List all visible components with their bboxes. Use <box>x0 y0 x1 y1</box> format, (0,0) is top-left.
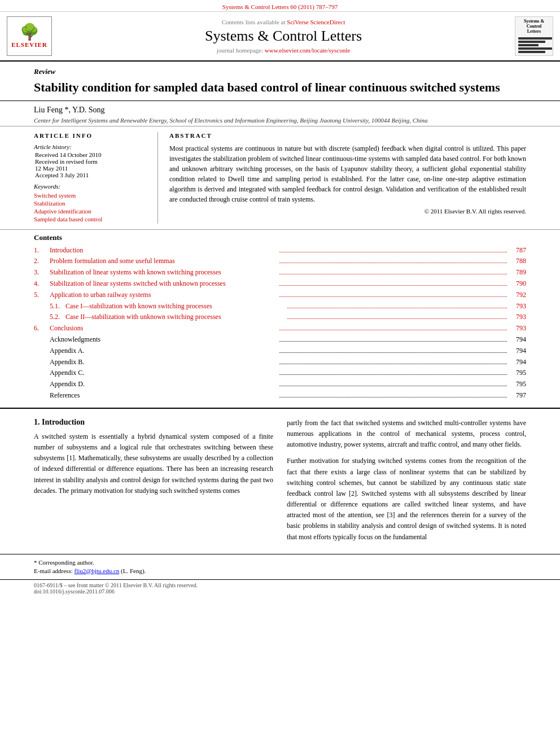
journal-homepage-line: journal homepage: www.elsevier.com/locat… <box>56 47 510 54</box>
keyword-3: Adaptive identification <box>34 208 148 215</box>
sciverse-line: Contents lists available at SciVerse Sci… <box>56 19 510 25</box>
body-two-col: 1. Introduction A switched system is ess… <box>34 418 526 548</box>
toc-appendix-a: Appendix A. 794 <box>34 346 526 356</box>
citation-bar: Systems & Control Letters 60 (2011) 787–… <box>0 0 560 12</box>
thumb-title: Systems &ControlLetters <box>524 19 544 34</box>
journal-header: 🌳 ELSEVIER Contents lists available at S… <box>0 12 560 62</box>
info-abstract-section: ARTICLE INFO Article history: Received 1… <box>0 126 560 230</box>
article-history: Article history: Received 14 October 201… <box>34 143 148 178</box>
toc-item-5-1: 5.1. Case I—stabilization with known swi… <box>34 302 526 311</box>
abstract-header: ABSTRACT <box>169 132 526 139</box>
body-col2-para2: Further motivation for studying switched… <box>287 456 526 543</box>
toc-item-6: 6. Conclusions 793 <box>34 324 526 333</box>
affiliation: Center for Intelligent Systems and Renew… <box>34 117 526 124</box>
homepage-link[interactable]: www.elsevier.com/locate/sysconle <box>265 47 350 54</box>
doi-text: doi:10.1016/j.sysconle.2011.07.006 <box>34 588 526 595</box>
keyword-4: Sampled data based control <box>34 216 148 222</box>
article-type: Review <box>0 62 560 77</box>
elsevier-name: ELSEVIER <box>11 41 47 48</box>
toc-item-5: 5. Application to urban railway systems … <box>34 290 526 300</box>
authors-section: Liu Feng *, Y.D. Song Center for Intelli… <box>0 101 560 126</box>
abstract-column: ABSTRACT Most practical systems are cont… <box>169 132 526 224</box>
sciverse-link[interactable]: SciVerse ScienceDirect <box>287 19 345 25</box>
toc-appendix-d: Appendix D. 795 <box>34 379 526 389</box>
history-title: Article history: <box>34 143 148 150</box>
article-info-header: ARTICLE INFO <box>34 132 148 139</box>
elsevier-tree-icon: 🌳 <box>20 24 40 40</box>
email-link[interactable]: fliu2@bjtu.edu.cn <box>74 567 119 574</box>
abstract-text: Most practical systems are continuous in… <box>169 143 526 204</box>
article-body: 1. Introduction A switched system is ess… <box>0 409 560 554</box>
toc-references: References 797 <box>34 391 526 400</box>
accepted-date: Accepted 3 July 2011 <box>35 172 148 178</box>
toc-item-1: 1. Introduction 787 <box>34 246 526 255</box>
keyword-1: Switched system <box>34 192 148 199</box>
copyright: © 2011 Elsevier B.V. All rights reserved… <box>169 208 526 215</box>
section1-title: 1. Introduction <box>34 418 273 427</box>
toc-item-5-2: 5.2. Case II—stabilization with unknown … <box>34 312 526 322</box>
contents-section: Contents 1. Introduction 787 2. Problem … <box>0 230 560 409</box>
received-date: Received 14 October 2010 <box>35 151 148 158</box>
journal-thumbnail: Systems &ControlLetters <box>515 16 553 56</box>
toc-appendix-c: Appendix C. 795 <box>34 368 526 378</box>
keywords-title: Keywords: <box>34 183 148 190</box>
article-title: Stability condition for sampled data bas… <box>0 77 560 101</box>
journal-center: Contents lists available at SciVerse Sci… <box>56 19 510 54</box>
journal-title: Systems & Control Letters <box>56 28 510 45</box>
toc-appendix-b: Appendix B. 794 <box>34 357 526 367</box>
body-right-col: partly from the fact that switched syste… <box>287 418 526 548</box>
author-names: Liu Feng *, Y.D. Song <box>34 106 105 114</box>
thumb-decoration <box>517 36 551 54</box>
article-info-column: ARTICLE INFO Article history: Received 1… <box>34 132 158 224</box>
revised-date: 12 May 2011 <box>35 165 148 172</box>
body-col2-para1: partly from the fact that switched syste… <box>287 418 526 451</box>
body-left-col: 1. Introduction A switched system is ess… <box>34 418 273 548</box>
elsevier-logo: 🌳 ELSEVIER <box>7 16 52 56</box>
footnote-email: E-mail address: fliu2@bjtu.edu.cn (L. Fe… <box>34 567 526 574</box>
toc-item-3: 3. Stabilization of linear systems with … <box>34 268 526 277</box>
citation-text: Systems & Control Letters 60 (2011) 787–… <box>222 3 338 10</box>
toc-item-4: 4. Stabilization of linear systems switc… <box>34 279 526 289</box>
body-col1-text: A switched system is essentially a hybri… <box>34 431 273 496</box>
bottom-bar: 0167-6911/$ – see front matter © 2011 El… <box>0 579 560 597</box>
license-text: 0167-6911/$ – see front matter © 2011 El… <box>34 582 526 588</box>
footnotes-section: * Corresponding author. E-mail address: … <box>0 554 560 579</box>
authors-line: Liu Feng *, Y.D. Song <box>34 106 526 115</box>
toc-acknowledgments: Acknowledgments 794 <box>34 335 526 344</box>
toc-item-2: 2. Problem formulation and some useful l… <box>34 256 526 266</box>
footnote-corresponding: * Corresponding author. <box>34 559 526 566</box>
keywords-section: Keywords: Switched system Stabilization … <box>34 183 148 222</box>
contents-header: Contents <box>34 233 526 242</box>
revised-label: Received in revised form <box>35 158 148 165</box>
keyword-2: Stabilization <box>34 200 148 207</box>
